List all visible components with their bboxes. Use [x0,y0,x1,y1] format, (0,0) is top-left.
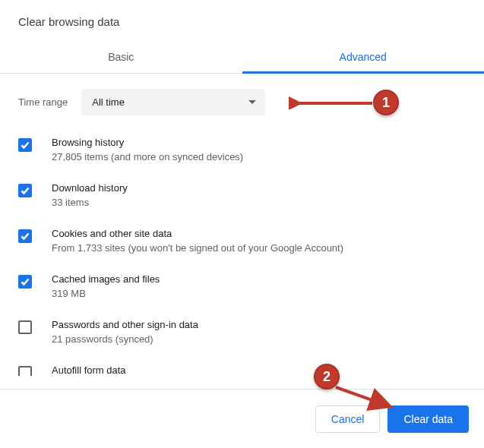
item-subtitle: 319 MB [52,288,160,299]
chevron-down-icon [248,100,256,104]
item-title: Passwords and other sign-in data [52,319,198,330]
clear-browsing-data-dialog: Clear browsing data Basic Advanced Time … [0,0,484,448]
item-text: Browsing history27,805 items (and more o… [52,137,243,162]
content-area: Time range All time Browsing history27,8… [0,74,484,376]
svg-line-1 [336,387,388,405]
item-subtitle: 33 items [52,197,128,208]
item-subtitle: 21 passwords (synced) [52,333,198,345]
dialog-title: Clear browsing data [0,0,484,40]
item-text: Cached images and files319 MB [52,273,160,299]
clear-data-button[interactable]: Clear data [388,405,469,433]
time-range-select[interactable]: All time [81,89,265,115]
annotation-arrow-2 [333,384,397,412]
checkbox[interactable] [18,320,32,334]
tab-basic[interactable]: Basic [0,40,242,73]
item-text: Download history33 items [52,182,128,208]
item-title: Cached images and files [52,273,160,285]
checkbox[interactable] [18,184,32,197]
item-title: Download history [52,182,128,194]
data-type-item: Cookies and other site dataFrom 1,733 si… [18,228,466,254]
time-range-value: All time [92,96,125,108]
data-type-item: Browsing history27,805 items (and more o… [18,137,466,162]
item-text: Passwords and other sign-in data21 passw… [52,319,198,345]
annotation-badge-1: 1 [373,90,399,115]
item-title: Cookies and other site data [52,228,343,239]
checkbox[interactable] [18,229,32,243]
annotation-badge-2: 2 [314,364,340,390]
checkbox[interactable] [18,366,32,376]
tab-advanced[interactable]: Advanced [242,40,485,73]
item-subtitle: 27,805 items (and more on synced devices… [52,151,243,162]
data-type-item: Passwords and other sign-in data21 passw… [18,319,466,345]
dialog-footer: Cancel Clear data [0,389,484,448]
item-text: Cookies and other site dataFrom 1,733 si… [52,228,343,254]
tab-bar: Basic Advanced [0,40,484,74]
item-title: Browsing history [52,137,243,148]
item-subtitle: From 1,733 sites (you won't be signed ou… [52,242,343,254]
item-text: Autofill form data [52,364,126,376]
time-range-label: Time range [18,96,68,108]
data-type-item: Autofill form data [18,364,466,376]
item-title: Autofill form data [52,364,126,376]
checkbox[interactable] [18,138,32,152]
data-type-item: Cached images and files319 MB [18,273,466,299]
checkbox[interactable] [18,275,32,289]
annotation-arrow-1 [289,94,376,109]
data-type-item: Download history33 items [18,182,466,208]
